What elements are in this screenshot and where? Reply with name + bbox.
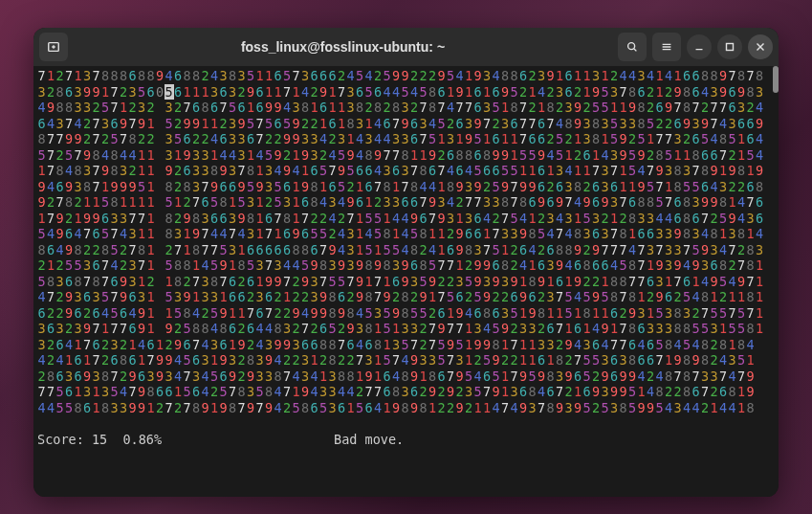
- grid-row: 6437427369791 52991123957565922161831467…: [37, 116, 775, 132]
- game-grid: 7127137888688946882438351165736662454259…: [37, 68, 775, 415]
- grid-row: 7756131354798661564257835847194334427768…: [37, 384, 775, 400]
- grid-row: 4241617268617994563193283942231282273157…: [37, 352, 775, 369]
- svg-rect-9: [727, 44, 734, 51]
- terminal-window: foss_linux@fosslinux-ubuntu: ~ 712713788…: [33, 28, 779, 497]
- menu-button[interactable]: [652, 33, 681, 61]
- score-display: Score: 15 0.86%: [37, 432, 162, 448]
- score-label: Score:: [37, 432, 84, 447]
- scrollbar-thumb[interactable]: [773, 66, 779, 93]
- grid-row: 3264176232146129674361924399366887646813…: [37, 337, 775, 353]
- grid-row: 4729363579631 53913316623621223986298792…: [37, 289, 775, 305]
- svg-point-3: [628, 43, 635, 50]
- grid-row: 8649822852781 27187753166666886794315155…: [37, 242, 775, 258]
- window-title: foss_linux@fosslinux-ubuntu: ~: [68, 39, 618, 55]
- grid-row: 5496476574311 83197447431716965524314581…: [37, 226, 775, 242]
- grid-row: 3632397177691 92588486264483272652938151…: [37, 321, 775, 337]
- grid-row: 5725798484411 31933144314592193245948977…: [37, 147, 775, 164]
- svg-line-4: [634, 49, 637, 52]
- grid-row: 2863693872963934734569293387434138819164…: [37, 369, 775, 385]
- score-percent: 0.86%: [122, 432, 162, 447]
- grid-row: 2125536742371 58814591853734459839398983…: [37, 257, 775, 274]
- grid-row: 7127137888688946882438351165736662454259…: [37, 68, 775, 84]
- maximize-button[interactable]: [717, 34, 742, 59]
- grid-row: 3286399172356056111363296117142917365644…: [37, 84, 775, 101]
- score-value: 15: [92, 432, 107, 447]
- grid-row: 4988332571232 32768675616994381611382828…: [37, 100, 775, 116]
- grid-row: 6229626456491 15842591176722949989845359…: [37, 305, 775, 322]
- new-tab-button[interactable]: [39, 33, 68, 61]
- grid-row: 5836878769312 18273876261997293755791716…: [37, 274, 775, 290]
- search-button[interactable]: [618, 33, 647, 61]
- status-line: Score: 15 0.86% Bad move.: [37, 432, 775, 448]
- grid-row: 4455861833991272789198797942586536156419…: [37, 400, 775, 416]
- grid-row: 9469387199951 82837966959356198165216781…: [37, 179, 775, 195]
- close-button[interactable]: [748, 34, 773, 59]
- grid-row: 9278211581111 51276581531253168434961233…: [37, 194, 775, 211]
- grid-row: 1792199633771 82983663981678172242715514…: [37, 211, 775, 227]
- terminal-body[interactable]: 7127137888688946882438351165736662454259…: [33, 66, 779, 497]
- status-message: Bad move.: [334, 432, 404, 448]
- grid-row: 8779927257822 35622463367229933423143443…: [37, 131, 775, 147]
- cursor: 5: [165, 84, 174, 101]
- titlebar: foss_linux@fosslinux-ubuntu: ~: [33, 28, 779, 66]
- grid-row: 1784837983211 92633893781349416579566436…: [37, 163, 775, 179]
- minimize-button[interactable]: [687, 34, 712, 59]
